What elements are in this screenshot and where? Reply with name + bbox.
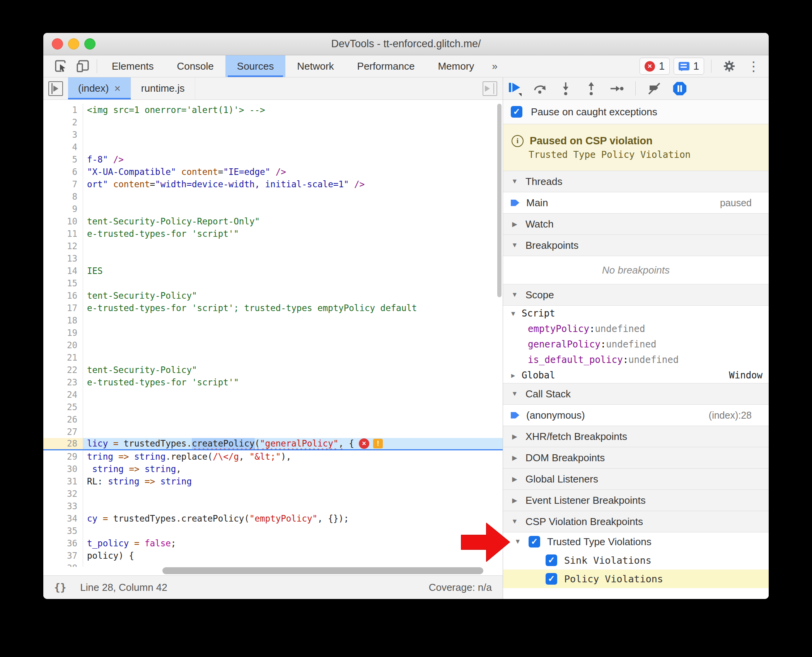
thread-main[interactable]: Mainpaused	[503, 192, 769, 214]
window-title: DevTools - tt-enforced.glitch.me/	[331, 38, 481, 50]
file-tab-index[interactable]: (index)×	[68, 77, 131, 99]
line-number[interactable]: 36	[43, 537, 83, 549]
scope-global[interactable]: ▶GlobalWindow	[503, 368, 769, 383]
breakpoint-policy-violations[interactable]: ✓Policy Violations	[503, 570, 769, 588]
line-number[interactable]: 38	[43, 562, 83, 567]
line-number[interactable]: 12	[43, 240, 83, 252]
line-number[interactable]: 21	[43, 351, 83, 364]
line-number[interactable]: 8	[43, 190, 83, 203]
line-number[interactable]: 16	[43, 289, 83, 302]
line-number[interactable]: 15	[43, 277, 83, 289]
breakpoint-trusted-type-violations[interactable]: ▼✓Trusted Type Violations	[503, 532, 769, 551]
device-toolbar-icon[interactable]	[72, 55, 94, 77]
more-panels-chevron[interactable]: »	[486, 55, 502, 77]
line-number[interactable]: 29	[43, 450, 83, 463]
error-badge[interactable]: ×1	[640, 58, 670, 75]
tab-memory[interactable]: Memory	[426, 55, 486, 77]
frame-anonymous[interactable]: (anonymous)(index):28	[503, 405, 769, 426]
editor-vertical-scrollbar[interactable]	[497, 104, 502, 297]
line-number[interactable]: 17	[43, 302, 83, 314]
line-number[interactable]: 28	[43, 438, 83, 449]
step-out-icon[interactable]	[583, 81, 599, 96]
scope-property-is-default-policy[interactable]: is_default_policy: undefined	[503, 352, 769, 368]
line-number[interactable]: 3	[43, 128, 83, 141]
line-number[interactable]: 27	[43, 426, 83, 438]
messages-badge[interactable]: 1	[674, 58, 704, 75]
code-editor[interactable]: 1<img src=1 onerror='alert(1)'> -->2345f…	[43, 100, 503, 567]
zoom-button[interactable]	[84, 38, 96, 50]
line-number[interactable]: 20	[43, 339, 83, 351]
line-number[interactable]: 32	[43, 488, 83, 500]
settings-gear-icon[interactable]	[718, 60, 740, 73]
line-number[interactable]: 34	[43, 512, 83, 525]
line-number[interactable]: 30	[43, 463, 83, 475]
inline-issue-icon[interactable]: !	[373, 439, 383, 448]
line-number[interactable]: 26	[43, 413, 83, 426]
line-number[interactable]: 4	[43, 141, 83, 153]
scope-property-emptypolicy[interactable]: emptyPolicy: undefined	[503, 321, 769, 337]
line-number[interactable]: 7	[43, 178, 83, 190]
file-tab-runtime-js[interactable]: runtime.js	[131, 77, 195, 99]
pause-on-exceptions-icon[interactable]	[672, 81, 687, 96]
section-csp-violation-breakpoints[interactable]: ▼CSP Violation Breakpoints	[503, 511, 769, 532]
line-number[interactable]: 23	[43, 376, 83, 388]
scope-script[interactable]: ▼Script	[503, 306, 769, 321]
policy-violations-checkbox[interactable]: ✓	[546, 573, 557, 585]
line-number[interactable]: 9	[43, 203, 83, 215]
editor-horizontal-scrollbar-thumb[interactable]	[162, 567, 483, 574]
pause-on-caught-checkbox[interactable]: ✓	[511, 106, 522, 118]
tab-sources[interactable]: Sources	[225, 55, 285, 77]
tab-elements[interactable]: Elements	[100, 55, 165, 77]
section-threads[interactable]: ▼Threads	[503, 171, 769, 192]
inline-error-icon[interactable]: ×	[359, 438, 369, 449]
line-number[interactable]: 24	[43, 388, 83, 401]
section-global-listeners[interactable]: ▶Global Listeners	[503, 469, 769, 490]
tab-performance[interactable]: Performance	[346, 55, 426, 77]
deactivate-breakpoints-icon[interactable]	[647, 81, 662, 96]
line-number[interactable]: 13	[43, 252, 83, 265]
navigator-toggle-icon[interactable]	[43, 77, 68, 99]
pause-on-caught-row[interactable]: ✓ Pause on caught exceptions	[503, 100, 769, 124]
scope-property-generalpolicy[interactable]: generalPolicy: undefined	[503, 337, 769, 352]
section-call-stack[interactable]: ▼Call Stack	[503, 383, 769, 405]
close-tab-icon[interactable]: ×	[114, 82, 120, 95]
line-number[interactable]: 19	[43, 327, 83, 339]
line-number[interactable]: 31	[43, 475, 83, 488]
line-number[interactable]: 10	[43, 215, 83, 228]
line-number[interactable]: 11	[43, 228, 83, 240]
line-number[interactable]: 37	[43, 549, 83, 562]
section-xhr-fetch-breakpoints[interactable]: ▶XHR/fetch Breakpoints	[503, 426, 769, 447]
step-over-icon[interactable]	[532, 81, 548, 96]
section-event-listener-breakpoints[interactable]: ▶Event Listener Breakpoints	[503, 490, 769, 511]
tab-network[interactable]: Network	[285, 55, 345, 77]
resume-script-icon[interactable]	[507, 81, 522, 96]
section-breakpoints[interactable]: ▼Breakpoints	[503, 235, 769, 256]
line-number[interactable]: 35	[43, 525, 83, 537]
tab-console[interactable]: Console	[165, 55, 225, 77]
line-number[interactable]: 1	[43, 104, 83, 116]
section-scope[interactable]: ▼Scope	[503, 284, 769, 306]
trusted-type-violations-checkbox[interactable]: ✓	[529, 536, 540, 548]
editor-horizontal-scroll-track[interactable]	[43, 567, 503, 575]
customize-menu-icon[interactable]: ⋮	[744, 58, 763, 74]
sink-violations-checkbox[interactable]: ✓	[546, 554, 557, 566]
line-number[interactable]: 33	[43, 500, 83, 512]
section-watch[interactable]: ▶Watch	[503, 214, 769, 235]
line-number[interactable]: 2	[43, 116, 83, 128]
section-dom-breakpoints[interactable]: ▶DOM Breakpoints	[503, 447, 769, 469]
step-icon[interactable]	[609, 81, 624, 96]
step-into-icon[interactable]	[558, 81, 573, 96]
line-number[interactable]: 18	[43, 314, 83, 327]
close-button[interactable]	[52, 38, 63, 50]
code-line: 24	[43, 388, 503, 401]
line-number[interactable]: 22	[43, 364, 83, 376]
pretty-print-icon[interactable]: {}	[54, 582, 66, 593]
minimize-button[interactable]	[68, 38, 79, 50]
debugger-sidebar-toggle-icon[interactable]	[483, 77, 503, 99]
line-number[interactable]: 6	[43, 166, 83, 178]
inspect-element-icon[interactable]	[50, 55, 72, 77]
line-number[interactable]: 25	[43, 401, 83, 413]
breakpoint-sink-violations[interactable]: ✓Sink Violations	[503, 551, 769, 570]
line-number[interactable]: 14	[43, 265, 83, 277]
line-number[interactable]: 5	[43, 153, 83, 166]
